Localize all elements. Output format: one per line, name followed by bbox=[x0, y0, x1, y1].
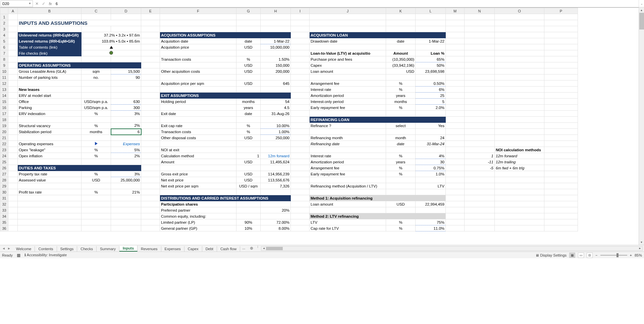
cell-M34[interactable] bbox=[446, 213, 465, 219]
cell-G36[interactable]: 10% bbox=[236, 225, 261, 231]
cell-F31[interactable]: DISTRIBUTIONS AND CARRIED INTEREST ASSUM… bbox=[160, 195, 291, 201]
cell-L12[interactable]: 0.50% bbox=[416, 80, 446, 87]
cell-C25[interactable] bbox=[82, 159, 111, 165]
cell-I34[interactable] bbox=[291, 213, 310, 219]
cell-D23[interactable]: 5% bbox=[111, 147, 141, 153]
cell-K25[interactable]: years bbox=[386, 159, 416, 165]
cell-O5[interactable] bbox=[495, 38, 544, 44]
cell-E21[interactable] bbox=[141, 135, 160, 141]
cell-B20[interactable]: Stabilization period bbox=[18, 129, 82, 135]
add-sheet-icon[interactable]: ⊕ bbox=[247, 245, 256, 252]
cell-D29[interactable] bbox=[111, 183, 141, 189]
cell-H12[interactable]: 645 bbox=[261, 80, 291, 87]
row-header[interactable]: 21 bbox=[0, 135, 8, 141]
cell-I23[interactable] bbox=[291, 147, 310, 153]
cell-M22[interactable] bbox=[446, 141, 465, 147]
cell-J14[interactable]: Amortization period bbox=[310, 93, 386, 99]
cell-B19[interactable]: Structural vacancy bbox=[18, 123, 82, 129]
cell-F36[interactable]: General partner (GP) bbox=[160, 225, 236, 231]
cell-N14[interactable] bbox=[465, 93, 495, 99]
cell-F22[interactable] bbox=[160, 141, 236, 147]
cell-C5[interactable]: 103.8% • 5.0x • 85.6m bbox=[82, 38, 141, 44]
cell-B32[interactable] bbox=[18, 201, 82, 207]
cell-I7[interactable] bbox=[291, 50, 310, 56]
scroll-up-icon[interactable]: ▲ bbox=[639, 7, 644, 13]
cell-H6[interactable]: 10,000,000 bbox=[261, 44, 291, 50]
cell-D27[interactable]: 3% bbox=[111, 171, 141, 177]
cell-F30[interactable] bbox=[160, 189, 236, 195]
cell-O6[interactable] bbox=[495, 44, 544, 50]
col-header[interactable]: I bbox=[291, 8, 310, 14]
cell-P9[interactable] bbox=[544, 62, 578, 68]
cell-A8[interactable] bbox=[8, 56, 18, 62]
cell-P3[interactable] bbox=[544, 26, 578, 32]
cell-P29[interactable] bbox=[544, 183, 578, 189]
cell-P31[interactable] bbox=[544, 195, 578, 201]
cell-C13[interactable] bbox=[82, 87, 111, 93]
cell-D15[interactable]: 630 bbox=[111, 99, 141, 105]
row-header[interactable]: 24 bbox=[0, 153, 8, 159]
cell-A33[interactable] bbox=[8, 207, 18, 213]
col-header[interactable]: M bbox=[446, 8, 465, 14]
cell-G19[interactable]: % bbox=[236, 123, 261, 129]
cell-J5[interactable]: Drawdown date bbox=[310, 38, 386, 44]
cell-O18[interactable] bbox=[495, 117, 544, 123]
cell-N1[interactable] bbox=[465, 14, 495, 20]
cell-A1[interactable] bbox=[8, 14, 18, 20]
cell-H18[interactable] bbox=[261, 117, 291, 123]
col-header[interactable]: C bbox=[82, 8, 111, 14]
cell-D3[interactable] bbox=[111, 26, 141, 32]
cell-N6[interactable] bbox=[465, 44, 495, 50]
cell-K9[interactable]: (33,942,196) bbox=[386, 62, 416, 68]
cell-I10[interactable] bbox=[291, 68, 310, 74]
cell-O10[interactable] bbox=[495, 68, 544, 74]
cell-O4[interactable] bbox=[495, 32, 544, 38]
cell-F6[interactable]: Acquisition price bbox=[160, 44, 236, 50]
row-header[interactable]: 7 bbox=[0, 50, 8, 56]
col-header[interactable]: K bbox=[386, 8, 416, 14]
cell-A26[interactable] bbox=[8, 165, 18, 171]
cell-P28[interactable] bbox=[544, 177, 578, 183]
sheet-tab-expenses[interactable]: Expenses bbox=[161, 246, 184, 252]
cell-K24[interactable]: % bbox=[386, 153, 416, 159]
cell-H22[interactable] bbox=[261, 141, 291, 147]
cell-B16[interactable]: Parking bbox=[18, 105, 82, 111]
cell-M10[interactable] bbox=[446, 68, 465, 74]
cell-P6[interactable] bbox=[544, 44, 578, 50]
cell-E19[interactable] bbox=[141, 123, 160, 129]
cell-H2[interactable] bbox=[261, 20, 291, 26]
cell-O30[interactable] bbox=[495, 189, 544, 195]
cell-L10[interactable]: 23,698,598 bbox=[416, 68, 446, 74]
cell-G20[interactable]: % bbox=[236, 129, 261, 135]
cell-O12[interactable] bbox=[495, 80, 544, 87]
cell-C1[interactable] bbox=[82, 14, 111, 20]
row-header[interactable]: 4 bbox=[0, 32, 8, 38]
cell-D25[interactable] bbox=[111, 159, 141, 165]
cell-J33[interactable] bbox=[310, 207, 386, 213]
cell-E27[interactable] bbox=[141, 171, 160, 177]
cell-B1[interactable] bbox=[18, 14, 82, 20]
cell-D21[interactable] bbox=[111, 135, 141, 141]
cell-O35[interactable] bbox=[495, 219, 544, 225]
cell-F20[interactable]: Transaction costs bbox=[160, 129, 236, 135]
cell-G8[interactable]: % bbox=[236, 56, 261, 62]
cell-C7[interactable] bbox=[82, 50, 141, 56]
row-header[interactable]: 13 bbox=[0, 87, 8, 93]
cell-E30[interactable] bbox=[141, 189, 160, 195]
cell-N26[interactable]: -5 bbox=[465, 165, 495, 171]
cell-G15[interactable]: months bbox=[236, 99, 261, 105]
cell-G18[interactable] bbox=[236, 117, 261, 123]
cell-A5[interactable] bbox=[8, 38, 18, 44]
cell-P25[interactable] bbox=[544, 159, 578, 165]
sheet-tab-debt[interactable]: Debt bbox=[202, 246, 217, 252]
cell-I3[interactable] bbox=[291, 26, 310, 32]
cell-J21[interactable]: Refinancing month bbox=[310, 135, 386, 141]
cell-G10[interactable]: USD bbox=[236, 68, 261, 74]
col-header[interactable]: N bbox=[465, 8, 495, 14]
cell-D31[interactable] bbox=[111, 195, 141, 201]
cell-M14[interactable] bbox=[446, 93, 465, 99]
cell-M13[interactable] bbox=[446, 87, 465, 93]
cell-B7[interactable]: File checks (link) bbox=[18, 50, 82, 56]
cell-B22[interactable]: Operating expenses bbox=[18, 141, 82, 147]
cell-C21[interactable] bbox=[82, 135, 111, 141]
